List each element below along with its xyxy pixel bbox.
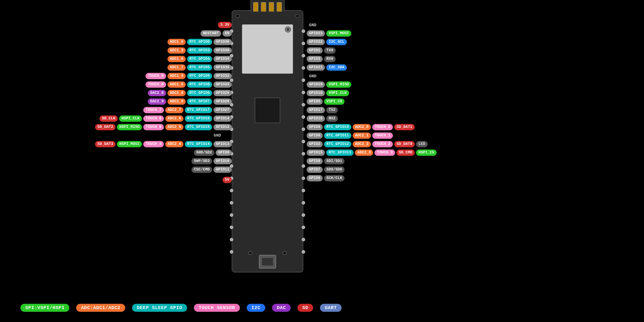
label-gnd-left: GND <box>211 132 223 139</box>
label-gpio32: GPIO32 <box>214 73 232 79</box>
label-sd-dat3: SD_DAT3 <box>95 141 116 147</box>
label-gpio27: GPIO27 <box>214 107 232 113</box>
pin-row-gpio0: GPIO0 RTC_GPIO11 ADC2_1 TOUCH_1 <box>307 132 393 139</box>
pin-row-gpio17: GPIO17 TX2 <box>307 107 338 113</box>
board-hole-right <box>283 251 286 255</box>
pin-row-gpio21: GPIO21 I2C_SDA <box>307 64 347 71</box>
label-i2c-scl: I2C_SCL <box>326 39 347 45</box>
pin-row-gpio36: ADC1_0 RTC_GPIO0 GPIO36 <box>130 39 232 45</box>
label-rtc-gpio17: RTC_GPIO17 <box>185 107 212 113</box>
label-gpio1: GPIO1 <box>307 47 323 54</box>
pin-dot-right <box>302 103 305 106</box>
pin-dot-right <box>302 226 305 229</box>
label-gnd-r1: GND <box>307 22 319 28</box>
label-gpio39: GPIO39 <box>214 47 232 54</box>
label-rtc-gpio13: RTC_GPIO13 <box>326 149 354 156</box>
label-sd-dat0: SD_DAT0 <box>394 141 415 147</box>
label-sd-cmd: SD_CMD <box>396 149 415 156</box>
legend-i2c: I2C <box>247 304 265 312</box>
label-rtc-gpio3: RTC_GPIO3 <box>187 47 212 54</box>
label-adc2-1: ADC2_1 <box>353 132 371 139</box>
label-rtc-gpio11: RTC_GPIO11 <box>324 132 351 139</box>
label-adc1-6: ADC1_6 <box>168 56 186 62</box>
pin-row-gpio26: DAC2_9 ADC2_9 RTC_GPIO7 GPIO26 <box>99 98 232 105</box>
label-vspi-miso: VSPI_MISO <box>326 81 351 88</box>
label-gpio17: GPIO17 <box>307 107 325 113</box>
label-i2c-sda: I2C_SDA <box>326 64 347 71</box>
legend-dac: DAC <box>272 304 291 312</box>
pin-row-gpio4: GPIO4 RTC_GPIO10 ADC2_0 TOUCH_0 SD_DAT1 <box>307 124 415 130</box>
label-hspi-mosi: HSPI_MOSI <box>117 141 142 147</box>
label-rtc-gpio0: RTC_GPIO0 <box>187 39 212 45</box>
board-module <box>242 24 293 74</box>
pin-dot-right <box>302 189 305 192</box>
label-sdi-sd1: SDI/SD1 <box>324 158 344 164</box>
label-tx2: TX2 <box>326 107 338 113</box>
label-rtc-gpio12: RTC_GPIO12 <box>324 141 351 147</box>
label-shd-sd2: SHD/SD2 <box>194 149 214 156</box>
esp32-board <box>232 10 303 273</box>
label-gpio22: GPIO22 <box>307 39 325 45</box>
legend-touch: TOUCH SENSOR <box>194 304 240 312</box>
pin-dot-left <box>230 189 233 192</box>
label-gpio26: GPIO26 <box>214 98 232 105</box>
board-corner-hole-tr <box>296 14 299 18</box>
label-rtc-gpio14: RTC_GPIO14 <box>185 141 212 147</box>
label-gpio12: GPIO12 <box>214 124 232 130</box>
label-gpio25: GPIO25 <box>214 90 232 96</box>
pin-dot-right <box>302 115 305 119</box>
legend-deep-sleep: DEEP SLEEP GPIO <box>132 304 187 312</box>
pin-row-en: RESTART EN <box>153 30 232 37</box>
label-adc2-0: ADC2_0 <box>353 124 371 130</box>
pin-row-gpio8: GPIO8 SDI/SD1 <box>307 158 344 164</box>
label-gpio8: GPIO8 <box>307 158 323 164</box>
label-gpio15: GPIO15 <box>307 149 325 156</box>
label-gpio7: GPIO7 <box>307 167 323 173</box>
label-adc2-4: ADC2_4 <box>165 141 184 147</box>
label-hspi-clk: HSPI_CLK <box>119 115 142 122</box>
label-adc2-6: ADC2_6 <box>165 115 184 122</box>
label-rx2: RX2 <box>326 115 338 122</box>
label-led: LED <box>416 141 428 147</box>
label-rtc-gpio5: RTC_GPIO5 <box>187 64 212 71</box>
pin-row-gpio5: GPIO5 VSPI_CS <box>307 98 344 105</box>
pin-row-gpio9: SHD/SD2 GPIO9 <box>164 149 232 156</box>
label-gpio0: GPIO0 <box>307 132 323 139</box>
label-dac2-9: DAC2_9 <box>148 98 166 105</box>
label-touch9: TOUCH_9 <box>146 73 166 79</box>
pin-row-gpio10: SWP/SD3 GPIO10 <box>164 158 232 164</box>
label-adc2-5: ADC2_5 <box>165 124 184 130</box>
pin-row-gpio1: GPIO1 TX0 <box>307 47 336 54</box>
label-gpio5: GPIO5 <box>307 98 323 105</box>
pin-row-gpio18: GPIO18 VSPI_CLK <box>307 90 349 96</box>
pin-row-gpio39: ADC1_3 RTC_GPIO3 GPIO39 <box>130 47 232 54</box>
pin-dot-left <box>230 201 233 205</box>
label-gpio18: GPIO18 <box>307 90 325 96</box>
label-swp-sd3: SWP/SD3 <box>192 158 212 164</box>
label-adc1-4: ADC1_4 <box>168 73 186 79</box>
label-adc2-3: ADC2_3 <box>355 149 373 156</box>
pin-row-gpio16: GPIO16 RX2 <box>307 115 338 122</box>
label-5v: 5V <box>222 177 232 183</box>
pin-row-gpio34: ADC1_6 RTC_GPIO4 GPIO34 <box>130 56 232 62</box>
pin-row-gpio22: GPIO22 I2C_SCL <box>307 39 347 45</box>
label-3v3: 3.3V <box>218 22 232 28</box>
pin-dot-left <box>230 213 233 217</box>
pin-dot-right <box>302 128 305 131</box>
label-csc-cmd: CSC/CMD <box>192 167 212 173</box>
label-rtc-gpio15: RTC_GPIO15 <box>185 124 212 130</box>
label-vspi-cs: VSPI_CS <box>324 98 344 105</box>
label-rtc-gpio10: RTC_GPIO10 <box>324 124 351 130</box>
label-sdo-sd0: SDO/SD0 <box>324 167 344 173</box>
pin-dot-right <box>302 250 305 254</box>
label-touch6: TOUCH_6 <box>143 115 164 122</box>
label-adc2-2: ADC2_2 <box>353 141 371 147</box>
label-adc1-5: ADC1_5 <box>168 81 186 88</box>
board-hole-left <box>248 251 252 255</box>
legend-uart: UART <box>320 304 342 312</box>
label-gpio13: GPIO13 <box>214 141 232 147</box>
label-adc1-0: ADC1_0 <box>168 39 186 45</box>
pin-row-gpio15: GPIO15 RTC_GPIO13 ADC2_3 TOUCH_3 SD_CMD … <box>307 149 437 156</box>
pin-row-gpio33: TOUCH_8 ADC1_5 RTC_GPIO8 GPIO33 <box>106 81 232 88</box>
label-gpio4: GPIO4 <box>307 124 323 130</box>
